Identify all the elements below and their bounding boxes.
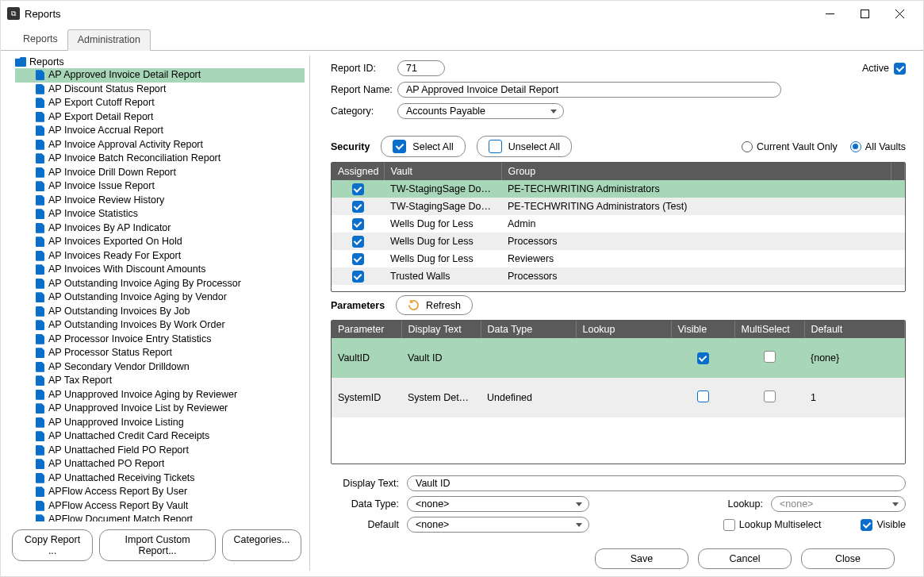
report-id-input[interactable] <box>397 60 445 76</box>
tree-item-label: AP Secondary Vendor Drilldown <box>48 361 190 374</box>
table-row[interactable]: Trusted WallsProcessors <box>332 267 905 285</box>
table-row[interactable]: Wells Dug for LessReviewers <box>332 250 905 267</box>
tree-item[interactable]: AP Invoice Drill Down Report <box>15 166 305 180</box>
tree-item[interactable]: AP Unapproved Invoice Listing <box>15 416 305 430</box>
minimize-button[interactable] <box>812 2 847 25</box>
multiselect-checkbox[interactable] <box>764 351 776 363</box>
tree-item[interactable]: AP Invoice Approval Activity Report <box>15 138 305 152</box>
assigned-checkbox[interactable] <box>352 218 364 230</box>
tree-item[interactable]: APFlow Access Report By Vault <box>15 499 305 514</box>
tree-item[interactable]: AP Outstanding Invoice Aging By Processo… <box>15 277 305 291</box>
col-vault[interactable]: Vault <box>384 163 501 180</box>
security-table-body[interactable]: TW-StagingSage DocumentsPE-TECHWRITING A… <box>332 180 905 291</box>
visible-checkbox[interactable] <box>697 390 709 402</box>
current-vault-radio[interactable]: Current Vault Only <box>742 141 838 152</box>
col-visible[interactable]: Visible <box>671 321 734 338</box>
col-assigned[interactable]: Assigned <box>332 163 384 180</box>
close-button[interactable] <box>882 2 917 25</box>
document-icon <box>36 459 44 469</box>
document-icon <box>36 334 44 344</box>
col-lookup[interactable]: Lookup <box>576 321 671 338</box>
table-row[interactable]: TW-StagingSage Document...PE-TECHWRITING… <box>332 198 905 215</box>
tree-item[interactable]: AP Invoices By AP Indicator <box>15 221 305 236</box>
tree-item[interactable]: AP Invoice Issue Report <box>15 179 305 194</box>
tree-item[interactable]: AP Discount Status Report <box>15 83 305 97</box>
unselect-all-button[interactable]: Unselect All <box>477 136 572 157</box>
chevron-down-icon <box>550 110 557 113</box>
table-row[interactable]: Wells Dug for LessProcessors <box>332 233 905 250</box>
tree-item[interactable]: AP Invoices Exported On Hold <box>15 235 305 249</box>
table-row[interactable]: Wells Dug for LessAdmin <box>332 215 905 233</box>
assigned-checkbox[interactable] <box>352 271 364 283</box>
tree-root-reports[interactable]: Reports <box>15 56 305 68</box>
import-custom-report-button[interactable]: Import Custom Report... <box>99 529 216 561</box>
document-icon <box>36 487 44 497</box>
tree-item[interactable]: APFlow Document Match Report <box>15 513 305 521</box>
tree-item[interactable]: AP Unattached Receiving Tickets <box>15 471 305 486</box>
assigned-checkbox[interactable] <box>352 201 364 213</box>
tree-item[interactable]: AP Unattached Credit Card Receipts <box>15 429 305 444</box>
visible-checkbox[interactable] <box>697 352 709 364</box>
tree-item[interactable]: AP Invoice Review History <box>15 194 305 208</box>
assigned-checkbox[interactable] <box>352 236 364 248</box>
table-row[interactable]: TW-StagingSage DocumentsPE-TECHWRITING A… <box>332 180 905 198</box>
data-type-select[interactable]: <none> <box>407 496 589 512</box>
tree-item[interactable]: AP Outstanding Invoices By Work Order <box>15 318 305 333</box>
tree-item[interactable]: AP Invoices Ready For Export <box>15 249 305 263</box>
col-parameter[interactable]: Parameter <box>332 321 401 338</box>
assigned-checkbox[interactable] <box>352 253 364 265</box>
tree-item[interactable]: AP Outstanding Invoice Aging by Vendor <box>15 290 305 305</box>
tree-item[interactable]: AP Unapproved Invoice List by Reviewer <box>15 402 305 416</box>
tree-item[interactable]: AP Unapproved Invoice Aging by Reviewer <box>15 388 305 402</box>
category-select[interactable]: Accounts Payable <box>397 103 564 119</box>
tree-item[interactable]: AP Outstanding Invoices By Job <box>15 305 305 319</box>
all-vaults-radio[interactable]: All Vaults <box>850 141 906 152</box>
copy-report-button[interactable]: Copy Report ... <box>12 529 93 561</box>
default-select[interactable]: <none> <box>407 517 589 533</box>
table-row[interactable]: VaultIDVault ID{none} <box>332 338 905 378</box>
categories-button[interactable]: Categories... <box>222 529 301 561</box>
cancel-button[interactable]: Cancel <box>698 548 792 569</box>
assigned-checkbox[interactable] <box>352 183 364 195</box>
table-row[interactable]: SystemIDSystem Determin...Undefined1 <box>332 378 905 417</box>
tab-administration[interactable]: Administration <box>67 29 151 51</box>
tree-item[interactable]: AP Secondary Vendor Drilldown <box>15 360 305 375</box>
multiselect-checkbox[interactable] <box>764 390 776 402</box>
tree-item[interactable]: APFlow Access Report By User <box>15 485 305 499</box>
close-dialog-button[interactable]: Close <box>801 548 895 569</box>
visible-checkbox[interactable]: Visible <box>861 519 906 531</box>
col-display[interactable]: Display Text <box>401 321 481 338</box>
maximize-button[interactable] <box>847 2 882 25</box>
tree-item[interactable]: AP Unattached Field PO Report <box>15 444 305 458</box>
refresh-button[interactable]: Refresh <box>396 295 473 315</box>
tree-item[interactable]: AP Tax Report <box>15 374 305 388</box>
tree-item[interactable]: AP Invoice Statistics <box>15 207 305 221</box>
lookup-select[interactable]: <none> <box>771 496 906 512</box>
tree-item-label: AP Invoices With Discount Amounts <box>48 263 205 276</box>
vault-cell: TW-StagingSage Documents <box>384 180 501 198</box>
col-multiselect[interactable]: MultiSelect <box>734 321 804 338</box>
tree-item[interactable]: AP Invoice Batch Reconciliation Report <box>15 152 305 166</box>
active-label: Active <box>862 63 889 74</box>
tree-item[interactable]: AP Processor Invoice Entry Statistics <box>15 333 305 347</box>
save-button[interactable]: Save <box>595 548 688 569</box>
tree-item[interactable]: AP Export Cutoff Report <box>15 96 305 110</box>
col-default[interactable]: Default <box>804 321 905 338</box>
select-all-button[interactable]: Select All <box>381 136 465 157</box>
report-tree[interactable]: Reports AP Approved Invoice Detail Repor… <box>9 56 305 521</box>
tree-item[interactable]: AP Unattached PO Report <box>15 457 305 471</box>
tab-reports[interactable]: Reports <box>13 29 67 50</box>
tree-item-label: AP Invoice Batch Reconciliation Report <box>48 152 220 165</box>
tree-item[interactable]: AP Invoices With Discount Amounts <box>15 263 305 277</box>
display-cell: System Determin... <box>401 378 481 417</box>
tree-item[interactable]: AP Invoice Accrual Report <box>15 124 305 138</box>
col-datatype[interactable]: Data Type <box>481 321 576 338</box>
display-text-input[interactable] <box>407 475 906 491</box>
active-checkbox[interactable] <box>894 63 906 75</box>
tree-item[interactable]: AP Processor Status Report <box>15 346 305 360</box>
col-group[interactable]: Group <box>501 163 891 180</box>
tree-item[interactable]: AP Approved Invoice Detail Report <box>15 68 305 83</box>
report-name-input[interactable] <box>397 82 781 98</box>
tree-item[interactable]: AP Export Detail Report <box>15 110 305 125</box>
lookup-multiselect-checkbox[interactable]: Lookup Multiselect <box>723 519 822 531</box>
